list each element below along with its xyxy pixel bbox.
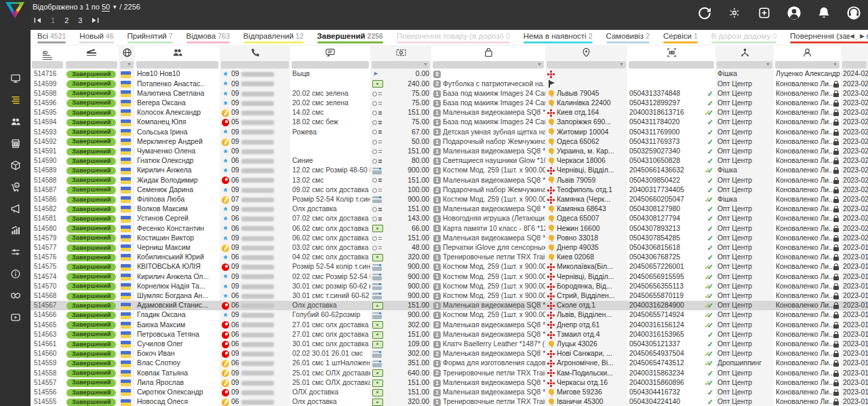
comment-cell[interactable]: Олх доставка bbox=[290, 204, 370, 214]
customer-name-cell[interactable]: Ковпак Татьяна bbox=[135, 369, 220, 378]
status-cell[interactable]: Завершений bbox=[64, 137, 119, 147]
phone-cell[interactable]: 09 bbox=[220, 262, 290, 272]
manager-cell[interactable]: Коноваленко Ли... bbox=[774, 339, 841, 349]
manager-cell[interactable]: Коноваленко Ли... bbox=[774, 310, 841, 320]
comment-cell[interactable]: 18.02 смс беж bbox=[290, 117, 370, 127]
column-filter-input[interactable]: ▼ bbox=[547, 61, 626, 69]
date-cell[interactable]: 2023-01 bbox=[841, 243, 868, 253]
product-cell[interactable]: 1Костюм Мод. 259 (1шт. х 900.00... bbox=[431, 282, 545, 291]
address-cell[interactable]: Житомир 10004 bbox=[545, 128, 627, 137]
status-edit-icon[interactable] bbox=[64, 45, 119, 60]
phone-cell[interactable]: 09 bbox=[220, 310, 290, 320]
ttn-cell[interactable]: 20450654743512✓✓ bbox=[627, 358, 715, 368]
comment-cell[interactable]: Рожева bbox=[290, 128, 370, 137]
customer-name-cell[interactable]: Устинов Сергей bbox=[135, 214, 220, 223]
page-number-3[interactable]: 3 bbox=[78, 16, 82, 24]
date-cell[interactable]: 2023-02 bbox=[841, 156, 868, 166]
product-cell[interactable]: 2Подарочный набор Жемчужина... bbox=[431, 185, 545, 195]
phone-cell[interactable]: 07 bbox=[220, 195, 290, 204]
status-cell[interactable]: Завершений bbox=[64, 388, 119, 397]
order-id-cell[interactable]: 514594 bbox=[31, 117, 64, 127]
phone-cell[interactable]: 09 bbox=[220, 272, 290, 282]
product-cell[interactable]: 2Футболка с патриотической на... bbox=[431, 79, 545, 89]
payment-cell[interactable]: 900.00 bbox=[370, 282, 431, 291]
order-row-514591[interactable]: 514591ЗавершенийЧумаченко Олена09151.001… bbox=[31, 147, 868, 156]
order-id-cell[interactable]: 514593 bbox=[31, 128, 64, 137]
comment-cell[interactable]: ОЛХ доставка bbox=[290, 388, 370, 397]
payment-cell[interactable]: 100.00 bbox=[370, 185, 431, 195]
comment-cell[interactable]: 20.02 смс зелена bbox=[290, 98, 370, 108]
ttn-cell[interactable]: 20450657226001✓✓ bbox=[627, 262, 715, 272]
source-cell[interactable]: Опт Центр bbox=[715, 176, 774, 185]
order-row-514598[interactable]: 514598ЗавершенийМалютина Светлана0920.02… bbox=[31, 89, 868, 98]
phone-cell[interactable]: 06 bbox=[220, 358, 290, 368]
sidebar-item-clients[interactable] bbox=[7, 117, 24, 129]
add-plus-icon[interactable] bbox=[757, 5, 772, 20]
customer-name-cell[interactable]: Петровська Тетяна bbox=[135, 330, 220, 339]
order-id-cell[interactable]: 514570 bbox=[31, 282, 64, 291]
product-cell[interactable]: 1Маленькая видеокамера SQ8 *... bbox=[431, 234, 545, 243]
source-cell[interactable]: Опт Центр bbox=[715, 137, 774, 147]
phone-cell[interactable]: 09 bbox=[220, 369, 290, 378]
order-id-cell[interactable]: 514580 bbox=[31, 224, 64, 234]
comment-cell[interactable]: Выцв bbox=[290, 69, 370, 79]
manager-cell[interactable]: Коноваленко Ли... bbox=[774, 147, 841, 156]
source-cell[interactable]: Опт Центр bbox=[715, 204, 774, 214]
order-id-cell[interactable]: 514561 bbox=[31, 339, 64, 349]
address-cell[interactable]: Теофиполь отд.1 bbox=[545, 185, 627, 195]
page-number-1[interactable]: 1 bbox=[51, 16, 55, 24]
sidebar-item-info[interactable] bbox=[7, 269, 24, 281]
order-id-cell[interactable]: 514565 bbox=[31, 320, 64, 330]
payment-cell[interactable]: 900.00 bbox=[370, 166, 431, 175]
country-cell[interactable] bbox=[119, 128, 135, 137]
product-cell[interactable]: 1Карта памяти 10 класс - 8Г6 *12... bbox=[431, 224, 545, 234]
country-cell[interactable] bbox=[119, 397, 135, 406]
status-cell[interactable]: Завершений bbox=[64, 195, 119, 204]
date-cell[interactable]: 2023-02 bbox=[841, 234, 868, 243]
phone-cell[interactable]: 06 bbox=[220, 253, 290, 262]
customer-name-cell[interactable]: Нов10 Нов10 bbox=[135, 69, 220, 79]
order-row-514582[interactable]: 514582ЗавершенийВолков Максим09Олх доста… bbox=[31, 204, 868, 214]
customer-name-cell[interactable]: КВІТОВСЬКА ЮЛІЯ bbox=[135, 262, 220, 272]
source-cell[interactable]: Опт Центр bbox=[715, 185, 774, 195]
phone-cell[interactable]: 06 bbox=[220, 301, 290, 310]
source-cell[interactable]: Опт Центр bbox=[715, 262, 774, 272]
status-cell[interactable]: Завершений bbox=[64, 234, 119, 243]
customer-name-cell[interactable]: Корнелюк Надія Та... bbox=[135, 282, 220, 291]
tab-відправлений[interactable]: Відправлений12 bbox=[237, 30, 310, 43]
customer-name-cell[interactable]: Колосок Александр bbox=[135, 108, 220, 117]
comment-cell[interactable]: 06.02 смс олх доставка bbox=[290, 224, 370, 234]
country-cell[interactable] bbox=[119, 330, 135, 339]
order-row-514559[interactable]: 514559ЗавершенийВлас Слотюу0626.01 смс 1… bbox=[31, 358, 868, 368]
phone-cell[interactable]: 09 bbox=[220, 147, 290, 156]
country-cell[interactable] bbox=[119, 89, 135, 98]
ttn-cell[interactable] bbox=[627, 79, 715, 89]
order-row-514557[interactable]: 514557ЗавершенийЛила Ярослав0925.01 смс … bbox=[31, 378, 868, 388]
source-cell[interactable]: Опт Центр bbox=[715, 339, 774, 349]
date-cell[interactable]: 2023-01 bbox=[841, 253, 868, 262]
order-row-514575[interactable]: 514575ЗавершенийКВІТОВСЬКА ЮЛІЯ09Розмір … bbox=[31, 262, 868, 272]
column-filter-input[interactable]: ▼ bbox=[120, 61, 134, 69]
payment-cell[interactable]: 151.00 bbox=[370, 176, 431, 185]
payment-cell[interactable]: 151.00 bbox=[370, 234, 431, 243]
source-cell[interactable]: Опт Центр bbox=[715, 397, 774, 406]
customer-name-cell[interactable]: Гладик Оксана bbox=[135, 310, 220, 320]
phone-cell[interactable]: 06 bbox=[220, 176, 290, 185]
product-bag-icon[interactable] bbox=[431, 45, 545, 60]
manager-cell[interactable]: Коноваленко Ли... bbox=[774, 108, 841, 117]
manager-cell[interactable]: Коноваленко Ли... bbox=[774, 349, 841, 358]
customer-name-cell[interactable]: Філіпова Люба bbox=[135, 195, 220, 204]
payment-cell[interactable]: 900.00 bbox=[370, 291, 431, 301]
order-id-cell[interactable]: 514575 bbox=[31, 262, 64, 272]
payment-cell[interactable]: 80.00 bbox=[370, 156, 431, 166]
order-row-514580[interactable]: 514580ЗавершенийФесенко Константин0606.0… bbox=[31, 224, 868, 234]
date-cell[interactable]: 2023-01 bbox=[841, 301, 868, 310]
tab-завершений[interactable]: Завершений2256 bbox=[311, 30, 389, 43]
address-cell[interactable]: Львів 79059 bbox=[545, 176, 627, 185]
comment-cell[interactable]: 04.02 смс олх доставка bbox=[290, 253, 370, 262]
phone-cell[interactable]: 09 bbox=[220, 79, 290, 89]
status-cell[interactable]: Завершений bbox=[64, 79, 119, 89]
phone-icon[interactable] bbox=[220, 45, 290, 60]
phone-cell[interactable]: 06 bbox=[220, 156, 290, 166]
country-cell[interactable] bbox=[119, 176, 135, 185]
